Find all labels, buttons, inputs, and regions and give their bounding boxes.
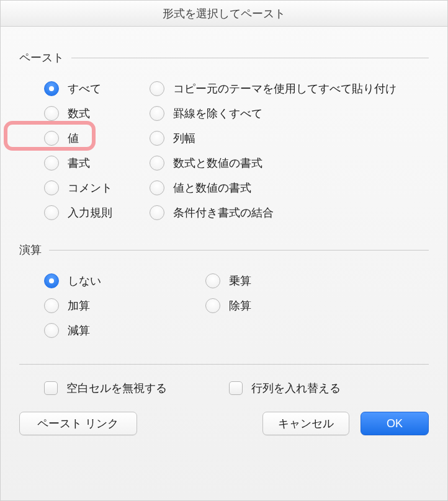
paste-options: すべて 数式 値 書式 コメント: [19, 76, 429, 225]
radio-multiply[interactable]: 乗算: [205, 268, 429, 293]
radio-button-icon: [44, 131, 59, 146]
radio-validation[interactable]: 入力規則: [44, 200, 150, 225]
radio-label: 乗算: [229, 273, 251, 288]
radio-value-num-fmt[interactable]: 値と数値の書式: [150, 175, 429, 200]
radio-button-icon: [205, 273, 220, 288]
right-buttons: キャンセル OK: [262, 412, 429, 435]
radio-button-icon: [150, 205, 164, 220]
radio-col-width[interactable]: 列幅: [150, 126, 429, 151]
op-right-col: 乗算 除算: [205, 268, 429, 343]
checkbox-label: 空白セルを無視する: [66, 381, 167, 396]
radio-add[interactable]: 加算: [44, 293, 205, 318]
check-options: 空白セルを無視する 行列を入れ替える: [19, 381, 429, 396]
radio-values[interactable]: 値: [44, 126, 150, 151]
paste-group-label: ペースト: [19, 50, 64, 65]
radio-label: 値: [68, 131, 79, 146]
radio-button-icon: [44, 273, 59, 288]
ok-button[interactable]: OK: [361, 412, 429, 435]
radio-formats[interactable]: 書式: [44, 151, 150, 175]
radio-label: 値と数値の書式: [173, 180, 251, 195]
radio-label: 加算: [68, 298, 90, 313]
checkbox-icon: [44, 381, 58, 395]
radio-button-icon: [44, 106, 59, 121]
paste-group-header: ペースト: [19, 50, 429, 65]
radio-no-border[interactable]: 罫線を除くすべて: [150, 101, 429, 126]
button-bar: ペースト リンク キャンセル OK: [1, 396, 447, 435]
radio-label: コピー元のテーマを使用してすべて貼り付け: [173, 81, 396, 96]
cancel-button[interactable]: キャンセル: [262, 412, 349, 435]
radio-button-icon: [44, 298, 59, 313]
dialog-title: 形式を選択してペースト: [1, 1, 447, 27]
op-left-col: しない 加算 減算: [44, 268, 205, 343]
check-skip-blanks[interactable]: 空白セルを無視する: [44, 381, 167, 396]
paste-left-col: すべて 数式 値 書式 コメント: [44, 76, 150, 225]
paste-link-button[interactable]: ペースト リンク: [19, 412, 137, 435]
radio-label: 列幅: [173, 131, 195, 146]
radio-all[interactable]: すべて: [44, 76, 150, 101]
checkbox-icon: [229, 381, 243, 395]
radio-label: 数式: [68, 106, 90, 121]
radio-label: 数式と数値の書式: [173, 156, 262, 171]
radio-button-icon: [44, 180, 59, 195]
paste-special-dialog: 形式を選択してペースト ペースト すべて 数式 値: [0, 0, 448, 501]
radio-button-icon: [44, 156, 59, 171]
radio-label: しない: [68, 273, 101, 288]
radio-label: コメント: [68, 180, 112, 195]
radio-all-theme[interactable]: コピー元のテーマを使用してすべて貼り付け: [150, 76, 429, 101]
checkbox-label: 行列を入れ替える: [251, 381, 341, 396]
radio-button-icon: [150, 131, 164, 146]
radio-button-icon: [150, 180, 164, 195]
radio-label: 除算: [229, 298, 251, 313]
radio-divide[interactable]: 除算: [205, 293, 429, 318]
radio-formula-num-fmt[interactable]: 数式と数値の書式: [150, 151, 429, 175]
radio-none[interactable]: しない: [44, 268, 205, 293]
radio-formulas[interactable]: 数式: [44, 101, 150, 126]
operation-group-header: 演算: [19, 242, 429, 257]
radio-button-icon: [44, 205, 59, 220]
radio-button-icon: [44, 323, 59, 338]
operation-group-label: 演算: [19, 242, 42, 257]
operation-options: しない 加算 減算 乗算 除算: [19, 268, 429, 343]
radio-comments[interactable]: コメント: [44, 175, 150, 200]
radio-label: 条件付き書式の結合: [173, 205, 274, 220]
divider-line: [49, 250, 429, 250]
divider-line: [71, 58, 429, 58]
dialog-content: ペースト すべて 数式 値 書式: [1, 27, 447, 396]
radio-button-icon: [150, 106, 164, 121]
radio-label: 減算: [68, 323, 90, 338]
radio-button-icon: [205, 298, 220, 313]
paste-right-col: コピー元のテーマを使用してすべて貼り付け 罫線を除くすべて 列幅 数式と数値の書…: [150, 76, 429, 225]
radio-button-icon: [150, 81, 164, 96]
radio-subtract[interactable]: 減算: [44, 318, 205, 343]
radio-label: 入力規則: [68, 205, 112, 220]
radio-button-icon: [150, 156, 164, 171]
check-transpose[interactable]: 行列を入れ替える: [229, 381, 341, 396]
radio-label: 罫線を除くすべて: [173, 106, 262, 121]
radio-label: すべて: [68, 81, 101, 96]
radio-button-icon: [44, 81, 59, 96]
radio-label: 書式: [68, 156, 90, 171]
radio-cond-fmt-merge[interactable]: 条件付き書式の結合: [150, 200, 429, 225]
separator: [19, 364, 429, 365]
